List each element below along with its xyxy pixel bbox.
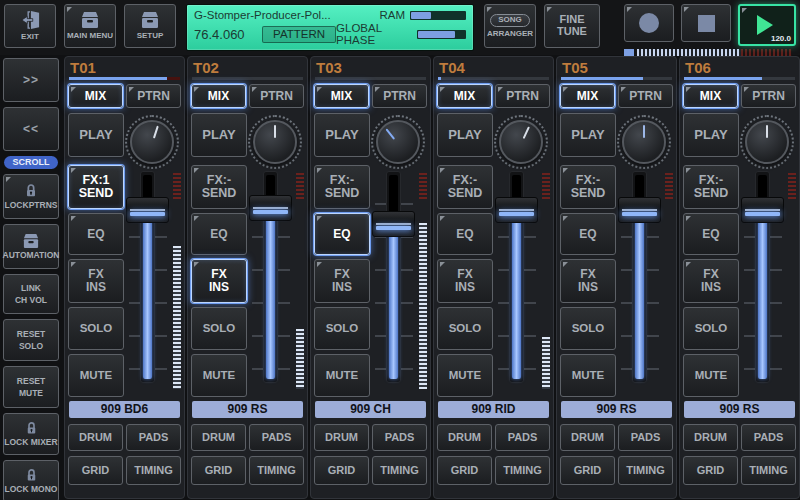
solo-button[interactable]: SOLO (314, 307, 370, 350)
stop-button[interactable] (681, 4, 731, 42)
fader-handle[interactable] (372, 211, 415, 237)
grid-button[interactable]: GRID (68, 456, 123, 485)
ptrn-button[interactable]: PTRN (126, 84, 181, 108)
mute-button[interactable]: MUTE (437, 354, 493, 397)
eq-button[interactable]: EQ (560, 213, 616, 255)
reset-mute-button[interactable]: RESET MUTE (3, 366, 59, 408)
fader-handle[interactable] (495, 197, 538, 223)
link-channel-volumes-button[interactable]: LINK CH VOL (3, 274, 59, 314)
fader-handle[interactable] (741, 197, 784, 223)
timing-button[interactable]: TIMING (741, 456, 796, 485)
main-menu-button[interactable]: MAIN MENU (64, 4, 116, 48)
automation-button[interactable]: AUTOMATION (3, 224, 59, 269)
eq-button[interactable]: EQ (437, 213, 493, 255)
ptrn-button[interactable]: PTRN (618, 84, 673, 108)
exit-button[interactable]: EXIT (4, 4, 56, 48)
solo-button[interactable]: SOLO (560, 307, 616, 350)
channel-fader[interactable] (618, 171, 662, 391)
fader-handle[interactable] (126, 197, 169, 223)
lcd-display[interactable]: G-Stomper-Producer-Pol... RAM 76.4.060 P… (186, 4, 474, 51)
fx-ins-button[interactable]: FX INS (437, 259, 493, 303)
fx-send-button[interactable]: FX:- SEND (437, 165, 493, 209)
pads-button[interactable]: PADS (741, 424, 796, 451)
fx-send-button[interactable]: FX:- SEND (314, 165, 370, 209)
timing-button[interactable]: TIMING (126, 456, 181, 485)
pan-knob[interactable] (740, 115, 794, 169)
sample-name[interactable]: 909 RS (684, 401, 795, 418)
mix-button[interactable]: MIX (437, 84, 492, 108)
channel-fader[interactable] (741, 171, 785, 391)
fx-ins-button[interactable]: FX INS (683, 259, 739, 303)
pads-button[interactable]: PADS (372, 424, 427, 451)
setup-button[interactable]: SETUP (124, 4, 176, 48)
ptrn-button[interactable]: PTRN (372, 84, 427, 108)
solo-button[interactable]: SOLO (437, 307, 493, 350)
channel-fader[interactable] (249, 171, 293, 391)
fx-ins-button[interactable]: FX INS (314, 259, 370, 303)
record-button[interactable] (624, 4, 674, 42)
timing-button[interactable]: TIMING (495, 456, 550, 485)
song-arranger-button[interactable]: SONG ARRANGER (484, 4, 536, 48)
reset-solo-button[interactable]: RESET SOLO (3, 319, 59, 361)
fader-handle[interactable] (249, 195, 292, 221)
grid-button[interactable]: GRID (560, 456, 615, 485)
mute-button[interactable]: MUTE (191, 354, 247, 397)
pads-button[interactable]: PADS (495, 424, 550, 451)
lock-mono-button[interactable]: LOCK MONO (3, 460, 59, 500)
eq-button[interactable]: EQ (314, 213, 370, 255)
fx-send-button[interactable]: FX:- SEND (191, 165, 247, 209)
ptrn-button[interactable]: PTRN (741, 84, 796, 108)
drum-button[interactable]: DRUM (437, 424, 492, 451)
fine-tune-button[interactable]: FINE TUNE (544, 4, 600, 48)
pads-button[interactable]: PADS (126, 424, 181, 451)
mute-button[interactable]: MUTE (560, 354, 616, 397)
fx-send-button[interactable]: FX:- SEND (683, 165, 739, 209)
mix-button[interactable]: MIX (560, 84, 615, 108)
sample-name[interactable]: 909 CH (315, 401, 426, 418)
timing-button[interactable]: TIMING (249, 456, 304, 485)
fx-ins-button[interactable]: FX INS (68, 259, 124, 303)
solo-button[interactable]: SOLO (68, 307, 124, 350)
eq-button[interactable]: EQ (683, 213, 739, 255)
scroll-right-button[interactable]: >> (3, 58, 59, 102)
pads-button[interactable]: PADS (249, 424, 304, 451)
eq-button[interactable]: EQ (68, 213, 124, 255)
pan-knob[interactable] (248, 115, 302, 169)
grid-button[interactable]: GRID (191, 456, 246, 485)
play-track-button[interactable]: PLAY (191, 113, 247, 157)
ptrn-button[interactable]: PTRN (495, 84, 550, 108)
fx-send-button[interactable]: FX:1 SEND (68, 165, 124, 209)
eq-button[interactable]: EQ (191, 213, 247, 255)
mute-button[interactable]: MUTE (68, 354, 124, 397)
drum-button[interactable]: DRUM (68, 424, 123, 451)
pan-knob[interactable] (125, 115, 179, 169)
play-track-button[interactable]: PLAY (437, 113, 493, 157)
grid-button[interactable]: GRID (437, 456, 492, 485)
fx-ins-button[interactable]: FX INS (560, 259, 616, 303)
timing-button[interactable]: TIMING (372, 456, 427, 485)
play-track-button[interactable]: PLAY (314, 113, 370, 157)
channel-fader[interactable] (372, 171, 416, 391)
scroll-left-button[interactable]: << (3, 107, 59, 151)
mix-button[interactable]: MIX (683, 84, 738, 108)
grid-button[interactable]: GRID (314, 456, 369, 485)
fx-ins-button[interactable]: FX INS (191, 259, 247, 303)
grid-button[interactable]: GRID (683, 456, 738, 485)
sample-name[interactable]: 909 RID (438, 401, 549, 418)
drum-button[interactable]: DRUM (191, 424, 246, 451)
play-track-button[interactable]: PLAY (683, 113, 739, 157)
mute-button[interactable]: MUTE (683, 354, 739, 397)
pan-knob[interactable] (494, 115, 548, 169)
pan-knob[interactable] (371, 115, 425, 169)
solo-button[interactable]: SOLO (191, 307, 247, 350)
mute-button[interactable]: MUTE (314, 354, 370, 397)
solo-button[interactable]: SOLO (683, 307, 739, 350)
lock-mixer-button[interactable]: LOCK MIXER (3, 413, 59, 455)
pan-knob[interactable] (617, 115, 671, 169)
drum-button[interactable]: DRUM (683, 424, 738, 451)
timing-button[interactable]: TIMING (618, 456, 673, 485)
lock-patterns-button[interactable]: LOCKPTRNS (3, 174, 59, 219)
pads-button[interactable]: PADS (618, 424, 673, 451)
play-track-button[interactable]: PLAY (560, 113, 616, 157)
channel-fader[interactable] (126, 171, 170, 391)
